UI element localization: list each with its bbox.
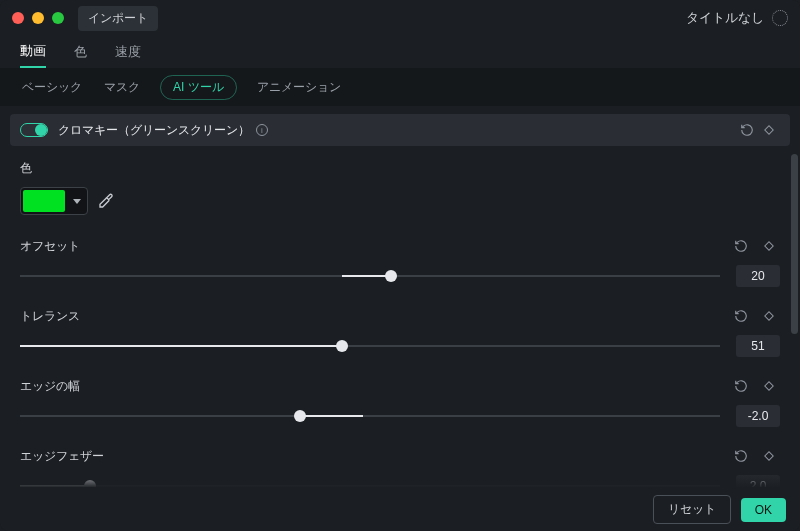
svg-rect-2 <box>765 312 773 320</box>
save-status-icon[interactable] <box>772 10 788 26</box>
chevron-down-icon <box>73 199 81 204</box>
reset-button[interactable]: リセット <box>653 495 731 524</box>
color-dropdown[interactable] <box>20 187 88 215</box>
tolerance-label: トレランス <box>20 308 730 325</box>
maximize-window-icon[interactable] <box>52 12 64 24</box>
primary-tabs: 動画 色 速度 <box>0 36 800 68</box>
content-area: 色 オフセット <box>0 146 800 531</box>
color-row <box>20 187 780 215</box>
subtab-animation[interactable]: アニメーション <box>255 75 343 100</box>
title-right: タイトルなし <box>686 9 788 27</box>
keyframe-chromakey-icon[interactable] <box>758 119 780 141</box>
ok-button[interactable]: OK <box>741 498 786 522</box>
tab-color[interactable]: 色 <box>74 43 87 67</box>
close-window-icon[interactable] <box>12 12 24 24</box>
offset-label: オフセット <box>20 238 730 255</box>
edge-width-row: エッジの幅 -2.0 <box>20 375 780 427</box>
tab-speed[interactable]: 速度 <box>115 43 141 67</box>
svg-rect-4 <box>765 452 773 460</box>
subtab-mask[interactable]: マスク <box>102 75 142 100</box>
offset-row: オフセット 20 <box>20 235 780 287</box>
vertical-scrollbar[interactable] <box>791 154 798 471</box>
document-title: タイトルなし <box>686 9 764 27</box>
tolerance-value[interactable]: 51 <box>736 335 780 357</box>
offset-value[interactable]: 20 <box>736 265 780 287</box>
svg-rect-3 <box>765 382 773 390</box>
reset-edge-feather-icon[interactable] <box>730 445 752 467</box>
keyframe-tolerance-icon[interactable] <box>758 305 780 327</box>
reset-offset-icon[interactable] <box>730 235 752 257</box>
eyedropper-icon[interactable] <box>98 193 114 209</box>
tolerance-row: トレランス 51 <box>20 305 780 357</box>
minimize-window-icon[interactable] <box>32 12 44 24</box>
svg-rect-0 <box>765 126 773 134</box>
info-icon[interactable]: i <box>256 124 268 136</box>
subtab-basic[interactable]: ベーシック <box>20 75 84 100</box>
reset-chromakey-icon[interactable] <box>736 119 758 141</box>
svg-rect-1 <box>765 242 773 250</box>
import-button[interactable]: インポート <box>78 6 158 31</box>
chromakey-label: クロマキー（グリーンスクリーン） <box>58 122 250 139</box>
secondary-tabs-wrap: ベーシック マスク AI ツール アニメーション <box>0 68 800 106</box>
reset-tolerance-icon[interactable] <box>730 305 752 327</box>
footer: リセット OK <box>0 487 800 531</box>
keyframe-edge-feather-icon[interactable] <box>758 445 780 467</box>
tab-video[interactable]: 動画 <box>20 42 46 68</box>
traffic-lights <box>12 12 64 24</box>
reset-edge-width-icon[interactable] <box>730 375 752 397</box>
secondary-tabs: ベーシック マスク AI ツール アニメーション <box>20 68 780 106</box>
edge-width-value[interactable]: -2.0 <box>736 405 780 427</box>
subtab-ai-tool[interactable]: AI ツール <box>160 75 237 100</box>
tolerance-slider[interactable] <box>20 340 720 352</box>
edge-width-label: エッジの幅 <box>20 378 730 395</box>
window: インポート タイトルなし 動画 色 速度 ベーシック マスク AI ツール アニ… <box>0 0 800 531</box>
chromakey-header: クロマキー（グリーンスクリーン） i <box>10 114 790 146</box>
edge-width-slider[interactable] <box>20 410 720 422</box>
chromakey-toggle[interactable] <box>20 123 48 137</box>
color-label: 色 <box>20 160 780 177</box>
keyframe-edge-width-icon[interactable] <box>758 375 780 397</box>
color-swatch <box>23 190 65 212</box>
offset-slider[interactable] <box>20 270 720 282</box>
edge-feather-label: エッジフェザー <box>20 448 730 465</box>
titlebar: インポート タイトルなし <box>0 0 800 36</box>
keyframe-offset-icon[interactable] <box>758 235 780 257</box>
